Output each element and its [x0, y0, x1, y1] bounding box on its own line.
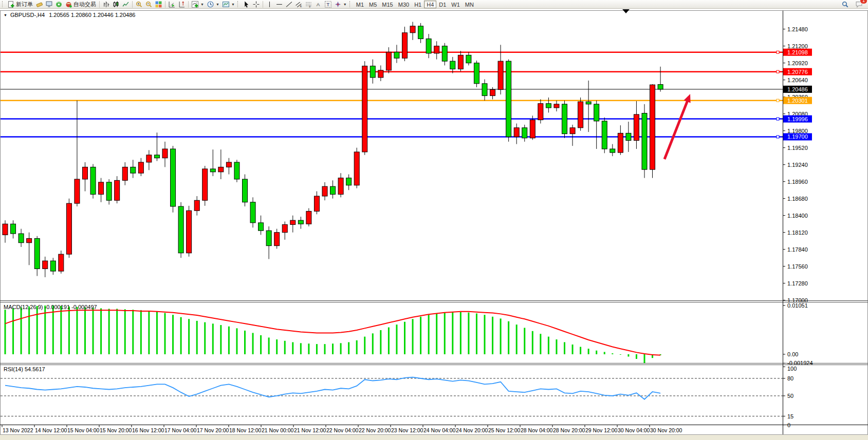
candle	[562, 104, 567, 134]
level-line-handle[interactable]	[777, 118, 779, 120]
new-order-button[interactable]: 新订单	[6, 0, 34, 8]
level-line-handle[interactable]	[777, 51, 779, 53]
level-line-handle[interactable]	[777, 70, 779, 73]
vertical-line-tool-button[interactable]	[265, 0, 274, 8]
zoom-in-icon	[136, 1, 142, 8]
timeframe-h1-button[interactable]: H1	[412, 1, 424, 8]
candle	[370, 66, 375, 78]
horizontal-line-icon	[276, 1, 283, 8]
candlestick-chart-button[interactable]	[111, 0, 121, 8]
dropdown-caret: ▼	[343, 3, 347, 6]
indicators-button[interactable]: ▼	[190, 0, 206, 8]
candle	[66, 203, 71, 254]
horizontal-line-tool-button[interactable]	[274, 0, 284, 8]
chart-background	[0, 9, 868, 440]
candle	[322, 186, 327, 196]
time-tick-label: 16 Nov 12:00	[132, 427, 164, 433]
svg-text:T: T	[326, 2, 329, 7]
arrows-shapes-icon	[335, 1, 341, 8]
candle	[59, 254, 64, 271]
candle	[290, 220, 296, 224]
text-icon: A	[315, 1, 322, 8]
crosshair-tool-button[interactable]	[251, 0, 261, 8]
fibonacci-tool-button[interactable]: F	[304, 0, 313, 8]
time-tick-label: 17 Nov 20:00	[197, 427, 229, 433]
timeframe-m30-button[interactable]: M30	[396, 1, 412, 8]
macd-indicator-label: MACD(12,26,9) -0.000191 -0.000497	[4, 304, 97, 310]
price-badge-label: 1.19996	[787, 116, 808, 122]
symbol-period-label: GBPUSD-,H4	[10, 12, 45, 18]
candle	[474, 63, 479, 84]
timeframe-m15-button[interactable]: M15	[379, 1, 395, 8]
text-label-tool-button[interactable]: T	[323, 0, 333, 8]
dropdown-caret: ▼	[231, 3, 235, 6]
candle	[490, 90, 495, 96]
fibonacci-icon: F	[305, 1, 312, 8]
collapse-triangle-icon[interactable]: ▼	[4, 13, 7, 17]
candle	[618, 133, 623, 152]
rsi-scale-label: 100	[787, 366, 797, 372]
candle	[306, 211, 311, 224]
price-tick-label: 1.18120	[787, 229, 808, 236]
periods-button[interactable]: ▼	[206, 0, 221, 8]
candle	[386, 52, 391, 70]
candle	[115, 180, 120, 200]
bottom-strip	[0, 435, 868, 440]
candle	[418, 26, 423, 39]
auto-trading-button[interactable]: 自动交易	[64, 0, 98, 8]
price-tick-label: 1.20920	[787, 60, 808, 66]
time-tick-label: 14 Nov 12:00	[35, 427, 67, 433]
chart-window: ▼ GBPUSD-,H4 1.20565 1.20860 1.20446 1.2…	[0, 9, 868, 440]
cursor-tool-button[interactable]	[242, 0, 251, 8]
candle	[330, 186, 336, 194]
timeframe-h4-button[interactable]: H4	[424, 1, 436, 8]
alerts-button[interactable]	[54, 0, 64, 8]
bar-chart-button[interactable]	[101, 0, 111, 8]
timeframe-d1-button[interactable]: D1	[436, 1, 449, 8]
chart-canvas[interactable]: 1.214801.212001.209201.206401.203601.200…	[0, 9, 868, 440]
cursor-icon	[243, 1, 250, 8]
candle	[530, 120, 535, 138]
auto-scroll-button[interactable]	[167, 0, 177, 8]
vertical-line-icon	[266, 1, 273, 8]
candle	[274, 233, 280, 246]
candle	[43, 261, 48, 269]
level-line-handle[interactable]	[777, 99, 779, 102]
zoom-in-button[interactable]	[134, 0, 144, 8]
styler-button[interactable]	[34, 0, 44, 8]
channel-icon: E	[296, 1, 302, 8]
candle	[314, 196, 319, 211]
templates-button[interactable]: ▼	[221, 0, 236, 8]
candle	[658, 85, 663, 89]
chart-shift-icon	[178, 1, 185, 8]
crosshair-icon	[253, 1, 260, 8]
trendline-tool-button[interactable]	[284, 0, 294, 8]
level-line-handle[interactable]	[777, 136, 779, 138]
timeframe-w1-button[interactable]: W1	[449, 1, 463, 8]
macd-scale-label: 0.01051	[787, 302, 808, 309]
time-tick-label: 29 Nov 12:00	[585, 427, 618, 433]
search-button[interactable]	[840, 0, 850, 8]
candle	[243, 179, 248, 202]
metaeditor-button[interactable]	[44, 0, 54, 8]
tile-windows-button[interactable]	[154, 0, 163, 8]
timeframe-m5-button[interactable]: M5	[366, 1, 379, 8]
notification-badge: 1	[860, 0, 867, 4]
timeframe-mn-button[interactable]: MN	[463, 1, 476, 8]
candle	[634, 114, 639, 141]
candle	[202, 169, 208, 200]
price-badge-label: 1.20776	[787, 69, 808, 75]
time-tick-label: 24 Nov 20:00	[456, 427, 488, 433]
chart-shift-button[interactable]	[177, 0, 187, 8]
template-icon	[223, 1, 229, 8]
time-tick-label: 18 Nov 12:00	[229, 427, 262, 433]
arrows-tool-button[interactable]: ▼	[333, 0, 348, 8]
time-tick-label: 22 Nov 04:00	[326, 427, 359, 433]
price-badge-label: 1.20486	[787, 86, 808, 92]
line-chart-button[interactable]	[121, 0, 131, 8]
equidistant-channel-tool-button[interactable]: E	[294, 0, 304, 8]
text-tool-button[interactable]: A	[313, 0, 323, 8]
monitor-icon	[46, 1, 52, 8]
timeframe-m1-button[interactable]: M1	[354, 1, 366, 8]
zoom-out-button[interactable]	[144, 0, 154, 8]
